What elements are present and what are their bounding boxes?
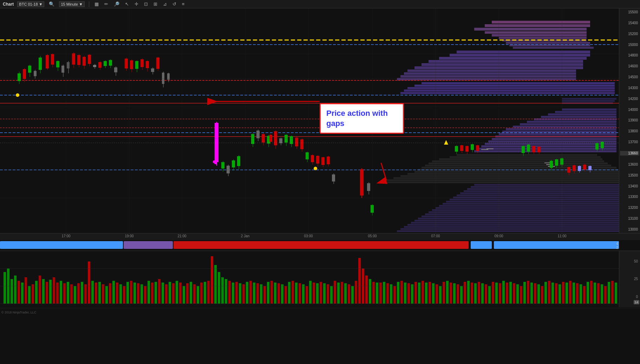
draw-icon[interactable]: ⊿ bbox=[162, 1, 168, 7]
svg-rect-27 bbox=[562, 100, 615, 102]
svg-rect-413 bbox=[509, 282, 512, 304]
bar-chart-icon[interactable]: ▦ bbox=[93, 1, 100, 7]
svg-rect-95 bbox=[18, 73, 21, 81]
svg-rect-5 bbox=[492, 34, 587, 37]
screenshot-icon[interactable]: ⊡ bbox=[143, 1, 149, 7]
svg-rect-46 bbox=[474, 150, 616, 152]
svg-rect-405 bbox=[481, 283, 484, 304]
price-13200: 13200 bbox=[620, 206, 639, 210]
svg-rect-402 bbox=[471, 283, 473, 304]
svg-rect-72 bbox=[436, 207, 619, 209]
instrument-dropdown-icon: ▼ bbox=[39, 2, 43, 6]
svg-rect-132 bbox=[114, 67, 117, 72]
annotation-text-line2: gaps bbox=[326, 119, 344, 128]
svg-rect-299 bbox=[109, 283, 111, 304]
svg-rect-120 bbox=[83, 57, 86, 66]
svg-rect-353 bbox=[299, 283, 301, 304]
svg-rect-70 bbox=[443, 203, 619, 205]
search-icon[interactable]: 🔍 bbox=[48, 1, 55, 7]
svg-rect-288 bbox=[70, 284, 73, 304]
svg-rect-301 bbox=[116, 283, 118, 304]
svg-rect-187 bbox=[306, 152, 309, 159]
svg-rect-77 bbox=[418, 218, 619, 219]
indicator-value-2: 2 bbox=[616, 246, 618, 250]
svg-rect-412 bbox=[506, 283, 508, 304]
time-label-2100: 21:00 bbox=[177, 234, 186, 238]
svg-rect-36 bbox=[513, 126, 616, 128]
svg-rect-438 bbox=[597, 283, 600, 304]
svg-rect-21 bbox=[422, 82, 615, 84]
pencil-icon[interactable]: ✏ bbox=[103, 1, 109, 7]
svg-rect-432 bbox=[576, 283, 579, 304]
svg-rect-8 bbox=[506, 42, 590, 44]
timeframe-selector[interactable]: 15 Minute ▼ bbox=[59, 1, 84, 7]
divider-1 bbox=[89, 1, 89, 7]
svg-rect-300 bbox=[112, 281, 115, 304]
svg-rect-325 bbox=[186, 283, 189, 304]
price-15000: 15000 bbox=[620, 43, 639, 47]
svg-rect-118 bbox=[77, 55, 80, 65]
svg-rect-342 bbox=[260, 284, 262, 304]
svg-rect-422 bbox=[541, 286, 543, 304]
svg-rect-39 bbox=[499, 133, 616, 135]
svg-rect-383 bbox=[404, 283, 406, 304]
svg-rect-323 bbox=[179, 283, 182, 304]
svg-rect-307 bbox=[137, 283, 139, 304]
svg-rect-160 bbox=[232, 160, 235, 167]
svg-rect-404 bbox=[478, 282, 480, 304]
svg-rect-320 bbox=[169, 282, 171, 304]
svg-rect-389 bbox=[425, 283, 427, 304]
instrument-selector[interactable]: BTC 01-18 ▼ bbox=[17, 1, 44, 7]
svg-rect-203 bbox=[371, 205, 374, 213]
svg-rect-271 bbox=[11, 279, 13, 304]
svg-rect-365 bbox=[341, 282, 343, 304]
zoom-in-icon[interactable]: 🔎 bbox=[113, 1, 120, 7]
cursor-icon[interactable]: ↖ bbox=[124, 1, 130, 7]
svg-rect-380 bbox=[393, 286, 396, 304]
svg-rect-18 bbox=[404, 72, 576, 75]
indicator-bar: 4 2 bbox=[0, 240, 640, 251]
menu-icon[interactable]: ≡ bbox=[181, 1, 186, 7]
svg-rect-312 bbox=[155, 282, 157, 304]
svg-rect-396 bbox=[450, 283, 452, 304]
svg-rect-423 bbox=[544, 282, 547, 304]
spiral-icon[interactable]: ↺ bbox=[171, 1, 177, 7]
svg-rect-408 bbox=[492, 282, 494, 304]
svg-rect-59 bbox=[386, 179, 619, 181]
svg-rect-81 bbox=[404, 226, 619, 228]
svg-rect-351 bbox=[292, 281, 294, 304]
svg-rect-374 bbox=[372, 282, 375, 304]
svg-rect-295 bbox=[95, 283, 97, 304]
svg-rect-297 bbox=[102, 284, 104, 304]
svg-rect-74 bbox=[429, 211, 619, 213]
svg-rect-411 bbox=[502, 281, 505, 304]
svg-rect-48 bbox=[450, 156, 601, 158]
svg-rect-177 bbox=[279, 138, 282, 143]
price-14500: 14500 bbox=[620, 75, 639, 79]
svg-rect-322 bbox=[176, 281, 178, 304]
svg-rect-332 bbox=[225, 279, 227, 304]
svg-rect-377 bbox=[383, 282, 385, 304]
svg-rect-341 bbox=[256, 283, 259, 304]
svg-rect-208 bbox=[460, 145, 463, 151]
svg-rect-424 bbox=[548, 281, 550, 304]
crosshair-icon[interactable]: ✛ bbox=[133, 1, 139, 7]
svg-rect-407 bbox=[488, 286, 491, 304]
svg-rect-55 bbox=[414, 171, 619, 173]
svg-rect-285 bbox=[60, 281, 62, 304]
svg-rect-269 bbox=[4, 272, 6, 304]
svg-rect-379 bbox=[390, 284, 392, 304]
svg-rect-20 bbox=[397, 78, 576, 80]
template-icon[interactable]: ⊞ bbox=[152, 1, 158, 7]
svg-rect-224 bbox=[537, 147, 541, 152]
svg-rect-298 bbox=[105, 286, 108, 304]
timeframe-label: 15 Minute bbox=[61, 2, 78, 6]
svg-rect-330 bbox=[204, 282, 206, 304]
time-label-2jan: 2 Jan bbox=[241, 234, 249, 238]
svg-rect-367 bbox=[348, 284, 350, 304]
svg-rect-399 bbox=[460, 286, 463, 304]
svg-rect-164 bbox=[251, 134, 254, 144]
svg-rect-419 bbox=[530, 283, 533, 304]
svg-rect-42 bbox=[488, 140, 616, 143]
svg-rect-394 bbox=[443, 282, 445, 304]
